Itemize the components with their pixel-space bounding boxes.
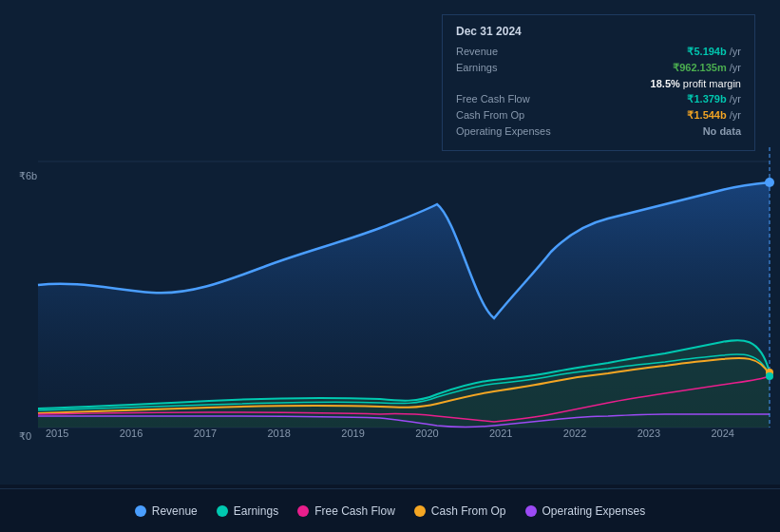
svg-point-6 xyxy=(766,372,773,380)
tooltip-value-revenue: ₹5.194b /yr xyxy=(687,46,741,58)
svg-point-4 xyxy=(765,178,774,187)
legend-dot-cashfromop xyxy=(414,505,426,517)
tooltip-label-revenue: Revenue xyxy=(456,46,498,57)
x-label-2020: 2020 xyxy=(415,428,438,439)
legend-item-earnings[interactable]: Earnings xyxy=(217,504,278,518)
tooltip-label-cashfromop: Cash From Op xyxy=(456,109,524,121)
tooltip-row-earnings: Earnings ₹962.135m /yr xyxy=(456,62,741,74)
tooltip-value-margin: 18.5% profit margin xyxy=(651,78,741,89)
legend-label-earnings: Earnings xyxy=(234,504,278,518)
tooltip-row-fcf: Free Cash Flow ₹1.379b /yr xyxy=(456,93,741,105)
x-label-2024: 2024 xyxy=(711,428,733,439)
tooltip-value-cashfromop: ₹1.544b /yr xyxy=(687,109,741,122)
legend-dot-opex xyxy=(525,505,537,517)
tooltip-date: Dec 31 2024 xyxy=(456,25,741,38)
x-label-2023: 2023 xyxy=(637,428,660,439)
legend-item-fcf[interactable]: Free Cash Flow xyxy=(297,504,395,518)
x-label-2022: 2022 xyxy=(563,428,586,439)
tooltip-label-earnings: Earnings xyxy=(456,62,497,73)
x-label-2018: 2018 xyxy=(267,428,290,439)
tooltip-row-revenue: Revenue ₹5.194b /yr xyxy=(456,46,741,58)
legend-bar: Revenue Earnings Free Cash Flow Cash Fro… xyxy=(0,488,780,532)
legend-item-cashfromop[interactable]: Cash From Op xyxy=(414,504,506,518)
x-label-2021: 2021 xyxy=(489,428,512,439)
legend-label-opex: Operating Expenses xyxy=(542,504,646,518)
legend-label-cashfromop: Cash From Op xyxy=(431,504,506,518)
tooltip-value-earnings: ₹962.135m /yr xyxy=(673,62,741,74)
legend-dot-revenue xyxy=(135,505,146,517)
x-label-2019: 2019 xyxy=(341,428,364,439)
legend-item-revenue[interactable]: Revenue xyxy=(135,504,198,518)
legend-label-fcf: Free Cash Flow xyxy=(314,504,395,518)
tooltip-box: Dec 31 2024 Revenue ₹5.194b /yr Earnings… xyxy=(442,14,755,151)
tooltip-row-opex: Operating Expenses No data xyxy=(456,125,741,137)
legend-label-revenue: Revenue xyxy=(152,504,198,518)
x-label-2016: 2016 xyxy=(120,428,143,439)
tooltip-value-opex: No data xyxy=(703,125,741,137)
tooltip-row-cashfromop: Cash From Op ₹1.544b /yr xyxy=(456,109,741,122)
tooltip-label-opex: Operating Expenses xyxy=(456,125,551,137)
x-label-2015: 2015 xyxy=(46,428,68,439)
legend-item-opex[interactable]: Operating Expenses xyxy=(525,504,646,518)
tooltip-value-fcf: ₹1.379b /yr xyxy=(687,93,741,105)
tooltip-label-fcf: Free Cash Flow xyxy=(456,93,530,104)
chart-area: ₹6b ₹0 Dec 31 2024 Revenue ₹5.194b /yr E… xyxy=(0,0,780,484)
y-label-6b: ₹6b xyxy=(19,170,37,182)
tooltip-row-margin: 18.5% profit margin xyxy=(456,78,741,89)
x-axis: 2015 2016 2017 2018 2019 2020 2021 2022 … xyxy=(0,428,780,439)
legend-dot-fcf xyxy=(297,505,309,517)
x-label-2017: 2017 xyxy=(194,428,217,439)
legend-dot-earnings xyxy=(217,505,228,517)
